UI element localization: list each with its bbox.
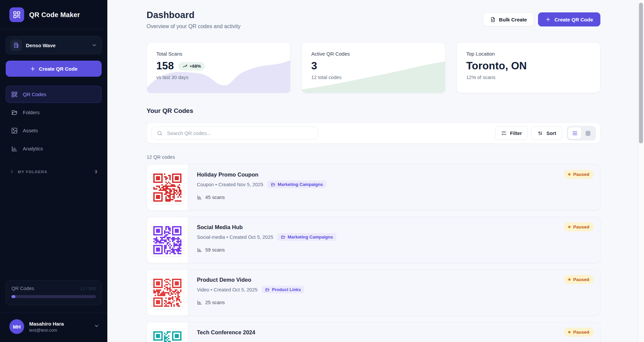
qr-item-name: Holiday Promo Coupon [197,172,591,178]
page-title: Dashboard [147,10,240,20]
sidebar-item-label: Analytics [23,146,43,151]
bulk-create-button[interactable]: Bulk Create [483,12,534,26]
app-logo-icon [9,7,24,22]
status-dot [568,278,571,281]
sidebar: QR Code Maker Denso Wave Create QR Code [0,0,107,342]
status-badge: Paused [564,275,594,284]
qr-codes-section-title: Your QR Codes [147,107,600,115]
qr-code-image [153,331,181,342]
status-dot [568,226,571,228]
sidebar-item-label: QR Codes [23,91,46,97]
qr-item-meta: Video • Created Oct 5, 2025 [197,287,258,292]
qr-item-meta: Social-media • Created Oct 5, 2025 [197,234,273,240]
user-email: test@test.com [29,328,64,333]
bulk-create-label: Bulk Create [499,17,527,22]
stat-value: Toronto, ON [466,60,527,72]
usage-value: 12 / 500 [80,286,96,291]
chevron-down-icon [92,43,97,48]
plus-icon [30,66,36,72]
qr-item-scans: 25 scans [197,300,591,305]
qr-codes-toolbar: Filter Sort [147,123,600,144]
folder-icon [271,182,275,187]
sort-button[interactable]: Sort [531,126,562,140]
sidebar-create-qr-button[interactable]: Create QR Code [6,61,102,77]
bar-chart-icon [11,145,18,152]
grid-view-button[interactable] [581,127,594,139]
sidebar-item-assets[interactable]: Assets [6,122,102,139]
scrollbar-thumb[interactable] [639,3,643,143]
qr-codes-list: Holiday Promo Coupon Coupon • Created No… [147,164,600,342]
search-input[interactable] [151,127,318,140]
stats-grid: Total Scans 158 +68% vs last 30 days Act… [147,42,600,93]
sidebar-item-qr-codes[interactable]: QR Codes [6,86,102,103]
sidebar-nav: QR Codes Folders Assets Analytics [6,86,102,157]
scrollbar-track[interactable] [638,0,644,342]
qr-item-name: Product Demo Video [197,277,591,283]
sidebar-item-label: Folders [23,110,40,115]
qr-item-row[interactable]: Tech Conference 2024 P [147,322,600,342]
folder-icon [11,109,18,116]
chevron-right-icon [10,169,14,174]
workspace-selector[interactable]: Denso Wave [6,36,102,54]
stat-label: Total Scans [156,51,281,57]
my-folders-toggle[interactable]: MY FOLDERS 3 [6,169,102,174]
stat-card-total-scans: Total Scans 158 +68% vs last 30 days [147,42,290,93]
user-name: Masahiro Hara [29,321,64,327]
stat-label: Top Location [466,51,591,57]
qr-code-icon [11,91,18,98]
qr-item-row[interactable]: Holiday Promo Coupon Coupon • Created No… [147,164,600,211]
qr-item-folder-chip[interactable]: Marketing Campaigns [267,181,326,188]
bar-chart-icon [197,300,202,305]
trend-badge: +68% [178,62,205,70]
sort-label: Sort [546,131,556,136]
stat-card-top-location: Top Location Toronto, ON 12% of scans [457,42,600,93]
filter-button[interactable]: Filter [495,126,528,140]
qr-code-image [153,174,181,202]
usage-progress-track [11,295,96,298]
sidebar-item-analytics[interactable]: Analytics [6,140,102,157]
stat-sub: vs last 30 days [156,75,281,80]
app-title: QR Code Maker [29,11,80,19]
qr-item-name: Tech Conference 2024 [197,329,591,336]
image-icon [11,127,18,134]
list-icon [572,130,578,136]
sidebar-create-qr-label: Create QR Code [39,66,77,72]
stat-sub: 12% of scans [466,75,591,80]
app-window: QR Code Maker Denso Wave Create QR Code [0,0,644,342]
user-menu[interactable]: MH Masahiro Hara test@test.com [0,313,107,342]
qr-item-name: Social Media Hub [197,224,591,230]
stat-card-active-codes: Active QR Codes 3 12 total codes [302,42,445,93]
file-icon [490,17,496,22]
sidebar-item-folders[interactable]: Folders [6,104,102,121]
stat-value: 158 [156,60,174,72]
folder-icon [265,287,270,292]
my-folders-count: 3 [95,169,98,174]
list-view-button[interactable] [568,127,581,139]
status-badge: Paused [564,328,594,337]
qr-item-scans: 59 scans [197,247,591,253]
avatar: MH [9,319,24,334]
plus-icon [545,17,551,22]
trending-up-icon [182,64,187,69]
qr-item-row[interactable]: Social Media Hub Social-media • Created … [147,217,600,263]
folder-icon [281,235,285,240]
qr-thumbnail [147,164,188,210]
qr-item-folder-chip[interactable]: Marketing Campaigns [277,233,336,241]
bar-chart-icon [197,247,202,253]
sidebar-item-label: Assets [23,128,38,133]
qr-item-row[interactable]: Product Demo Video Video • Created Oct 5… [147,269,600,316]
search-icon [157,130,163,136]
create-qr-code-label: Create QR Code [554,17,593,22]
create-qr-code-button[interactable]: Create QR Code [538,12,600,26]
qr-code-image [153,279,181,307]
view-toggle [567,126,596,140]
qr-item-scans: 45 scans [197,195,591,200]
status-dot [568,331,571,333]
usage-progress-fill [11,295,15,298]
sort-arrows-icon [537,130,543,136]
page-subtitle: Overview of your QR codes and activity [147,23,240,29]
usage-card: QR Codes 12 / 500 [6,280,102,305]
qr-item-folder-chip[interactable]: Product Links [262,286,305,293]
my-folders-label: MY FOLDERS [18,170,47,174]
building-icon [10,40,22,51]
